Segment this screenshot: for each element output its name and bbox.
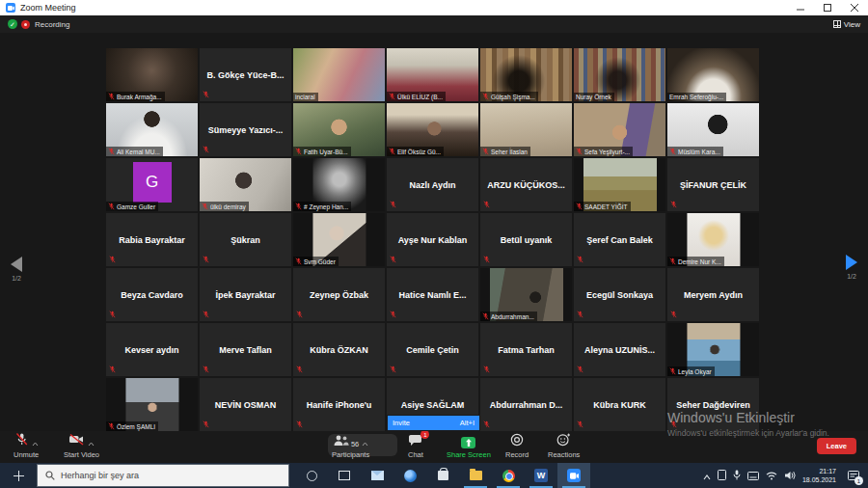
taskbar-search-input[interactable]: Herhangi bir şey ara <box>37 464 289 487</box>
view-button[interactable]: View <box>833 20 860 29</box>
muted-mic-icon <box>203 311 209 318</box>
muted-mic-icon <box>577 256 583 263</box>
participant-tile[interactable]: Leyla Okyar <box>667 323 759 376</box>
taskbar-clock[interactable]: 21:17 18.05.2021 <box>802 467 836 484</box>
participant-tile[interactable]: B. Gökçe Yüce-B... <box>200 48 291 101</box>
participant-tile[interactable]: Ecegül Sonkaya <box>574 268 665 321</box>
participant-tile[interactable]: Fatma Tarhan <box>480 323 572 376</box>
taskbar-mail-icon[interactable] <box>361 463 393 488</box>
tray-network-icon[interactable] <box>766 467 777 484</box>
participant-tile[interactable]: inciaral <box>293 48 385 101</box>
participant-tile[interactable]: Ülkü ELİUZ (B... <box>387 48 478 101</box>
taskbar-edge-icon[interactable] <box>393 463 426 488</box>
participant-name: Merve Taflan <box>200 323 291 376</box>
chat-button[interactable]: 1 Chat <box>408 433 423 459</box>
participant-tile[interactable]: Kevser aydın <box>106 323 198 376</box>
previous-page-button[interactable]: 1/2 <box>8 257 25 282</box>
participant-name: Burak Armağa... <box>117 94 162 100</box>
participants-button[interactable]: 56 Participants <box>332 433 369 459</box>
participant-tile[interactable]: Betül uyanık <box>480 213 572 266</box>
participant-tile[interactable]: Abdurrahman D... <box>480 378 572 431</box>
participant-tile[interactable]: Seher İlaslan <box>480 103 572 156</box>
muted-mic-icon <box>203 91 209 98</box>
participant-tile[interactable]: İpek Bayraktar <box>200 268 291 321</box>
participant-tile[interactable]: ARZU KÜÇÜKOS... <box>480 158 572 211</box>
start-video-button[interactable]: Start Video <box>64 433 99 459</box>
participant-tile[interactable]: ŞİFANUR ÇELİK <box>667 158 759 211</box>
next-page-button[interactable]: 1/2 <box>843 255 860 280</box>
reactions-button[interactable]: Reactions <box>548 433 580 459</box>
participant-tile[interactable]: Müslüm Kara... <box>667 103 759 156</box>
encryption-shield-icon[interactable]: ✓ <box>8 19 17 29</box>
share-screen-button[interactable]: Share Screen <box>447 433 491 459</box>
participant-name-chip: Özlem ŞAMLI <box>106 421 158 431</box>
participant-tile[interactable]: Sefa Yeşilyurt-... <box>574 103 665 156</box>
close-button[interactable] <box>841 0 868 15</box>
tray-touch-keyboard-icon[interactable] <box>747 467 759 484</box>
participants-menu-chevron[interactable] <box>362 440 368 448</box>
participant-tile[interactable]: Merve Taflan <box>200 323 291 376</box>
participant-tile[interactable]: Burak Armağa... <box>106 48 198 101</box>
page-indicator-left: 1/2 <box>12 275 21 282</box>
participant-tile[interactable]: SAADET YİĞİT <box>574 158 665 211</box>
participant-tile[interactable]: Kübra ÖZKAN <box>293 323 385 376</box>
unmute-button[interactable]: Unmute <box>14 433 39 459</box>
participant-name-chip: Burak Armağa... <box>106 92 165 101</box>
start-button[interactable] <box>0 463 37 488</box>
participant-tile[interactable]: Demire Nur K... <box>667 213 759 266</box>
tray-microphone-icon[interactable] <box>733 467 741 484</box>
participant-tile[interactable]: Emrah Seferoğlu-... <box>667 48 759 101</box>
participant-tile[interactable]: Kübra KURK <box>574 378 665 431</box>
taskbar-chrome-icon[interactable] <box>492 463 525 488</box>
participant-tile[interactable]: Seher Dağdeviren <box>667 378 759 431</box>
participant-tile[interactable]: Nazlı Aydın <box>387 158 478 211</box>
participant-tile[interactable]: Ali Kemal MU... <box>106 103 198 156</box>
participant-name: Meryem Aydın <box>667 268 759 321</box>
taskbar-word-icon[interactable]: W <box>525 463 557 488</box>
participant-tile[interactable]: Aleyna UZUNİS... <box>574 323 665 376</box>
participant-tile[interactable]: Abdurrahman... <box>480 268 572 321</box>
participant-tile[interactable]: GGamze Guller <box>106 158 198 211</box>
hidden-icons-chevron[interactable] <box>703 467 711 484</box>
tray-volume-icon[interactable] <box>784 467 796 484</box>
participant-tile[interactable]: Nuray Örnek <box>574 48 665 101</box>
maximize-button[interactable] <box>814 0 841 15</box>
taskbar-store-icon[interactable] <box>426 463 459 488</box>
taskbar-zoom-icon[interactable] <box>557 463 590 488</box>
participant-tile[interactable]: Svm Güder <box>293 213 385 266</box>
participant-tile[interactable]: Sümeyye Yazıcı-... <box>200 103 291 156</box>
leave-button[interactable]: Leave <box>817 438 856 454</box>
participant-tile[interactable]: Fatih Uyar-Bü... <box>293 103 385 156</box>
taskbar-file-explorer-icon[interactable] <box>459 463 492 488</box>
taskbar-task-view-icon[interactable] <box>328 463 361 488</box>
participant-tile[interactable]: Elif Öksüz Gü... <box>387 103 478 156</box>
participant-tile[interactable]: Şeref Can Balek <box>574 213 665 266</box>
participant-tile[interactable]: Cemile Çetin <box>387 323 478 376</box>
window-title: Zoom Meeting <box>20 3 76 13</box>
participant-tile[interactable]: Beyza Cavdaro <box>106 268 198 321</box>
record-button[interactable]: Record <box>505 433 529 459</box>
participant-tile[interactable]: Meryem Aydın <box>667 268 759 321</box>
unmute-options-chevron[interactable] <box>32 440 39 448</box>
participant-tile[interactable]: # Zeynep Han... <box>293 158 385 211</box>
participant-tile[interactable]: NEVİN OSMAN <box>200 378 291 431</box>
participant-tile[interactable]: Özlem ŞAMLI <box>106 378 198 431</box>
participant-tile[interactable]: Hatice Namlı E... <box>387 268 478 321</box>
meeting-toolbar: Unmute Start Video 56 Participants 1 <box>0 431 868 463</box>
participant-tile[interactable]: Zeynep Özbak <box>293 268 385 321</box>
recording-icon[interactable] <box>21 20 30 29</box>
tray-device-icon[interactable] <box>718 467 726 484</box>
participant-tile[interactable]: Rabia Bayraktar <box>106 213 198 266</box>
participant-tile[interactable]: Şükran <box>200 213 291 266</box>
participant-tile[interactable]: Gülşah Şişma... <box>480 48 572 101</box>
muted-mic-icon <box>389 93 395 100</box>
taskbar-cortana-icon[interactable] <box>295 463 328 488</box>
muted-mic-icon <box>390 201 396 208</box>
invite-menu-item[interactable]: Invite Alt+I <box>388 416 479 430</box>
participant-tile[interactable]: Ayşe Nur Kablan <box>387 213 478 266</box>
participant-tile[interactable]: Hanife iPhone'u <box>293 378 385 431</box>
participant-tile[interactable]: ülkü demiray <box>200 158 291 211</box>
action-center-button[interactable]: 1 <box>843 463 864 488</box>
video-options-chevron[interactable] <box>88 440 95 448</box>
minimize-button[interactable] <box>787 0 814 15</box>
